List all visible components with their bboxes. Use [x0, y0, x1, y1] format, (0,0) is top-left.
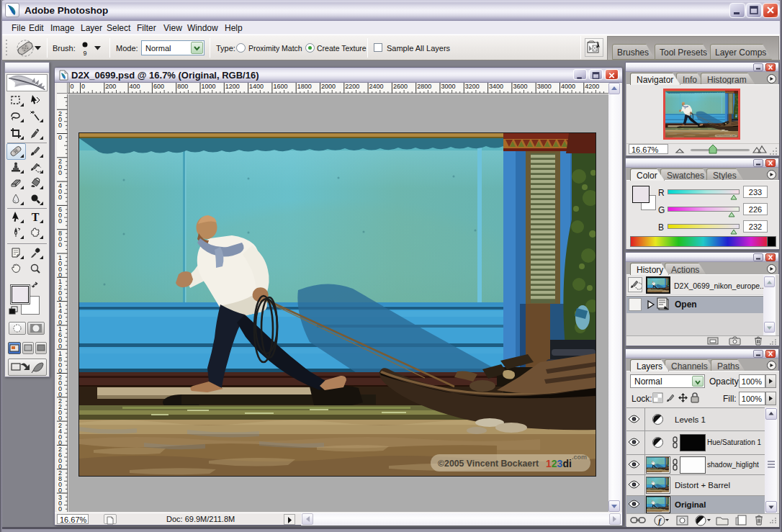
svg-text:1200: 1200 [225, 83, 240, 90]
svg-text:800: 800 [177, 83, 188, 90]
svg-text:200: 200 [105, 83, 116, 90]
svg-text:2600: 2600 [393, 83, 408, 90]
svg-text:2400: 2400 [369, 83, 384, 90]
svg-text:1400: 1400 [249, 83, 264, 90]
svg-text:3600: 3600 [513, 83, 527, 90]
svg-text:3200: 3200 [465, 83, 480, 90]
svg-text:1000: 1000 [202, 83, 216, 90]
svg-text:0: 0 [58, 134, 62, 141]
svg-text:2200: 2200 [345, 83, 359, 90]
svg-text:4200: 4200 [585, 83, 599, 90]
svg-text:400: 400 [130, 83, 140, 90]
svg-text:1800: 1800 [297, 83, 312, 90]
svg-text:9: 9 [83, 50, 86, 57]
svg-text:3400: 3400 [489, 83, 503, 90]
svg-text:3800: 3800 [537, 83, 552, 90]
svg-text:0: 0 [81, 83, 85, 90]
svg-text:0: 0 [58, 511, 62, 513]
svg-text:0: 0 [58, 194, 62, 201]
svg-text:0: 0 [71, 83, 74, 90]
svg-text:3000: 3000 [441, 83, 456, 90]
svg-text:0: 0 [58, 169, 62, 176]
svg-text:0: 0 [58, 122, 62, 129]
svg-text:0: 0 [58, 241, 62, 248]
svg-text:T: T [32, 211, 40, 222]
svg-text:600: 600 [153, 83, 164, 90]
svg-text:0: 0 [58, 217, 62, 225]
svg-text:1600: 1600 [273, 83, 287, 90]
svg-text:2800: 2800 [417, 83, 431, 90]
svg-text:2000: 2000 [321, 83, 336, 90]
svg-text:4000: 4000 [561, 83, 575, 90]
